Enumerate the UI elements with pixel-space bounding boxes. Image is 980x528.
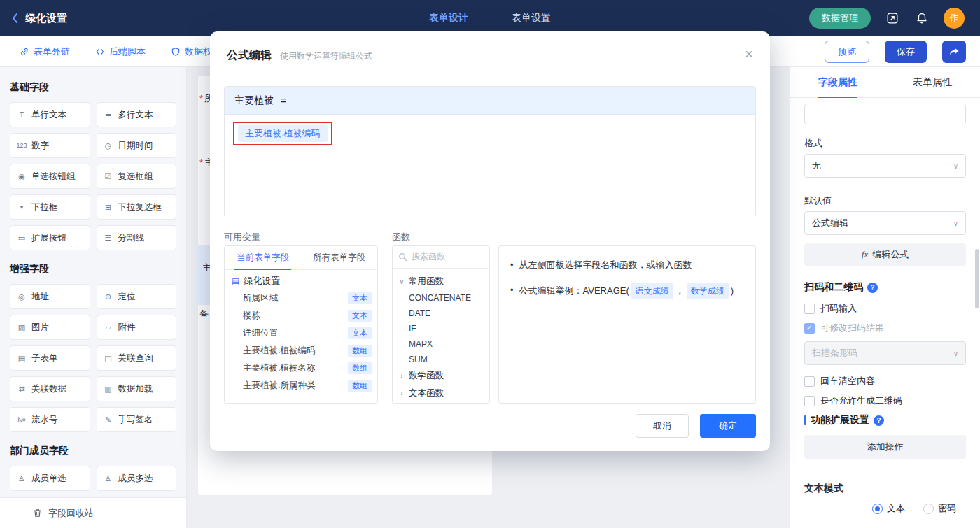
share-button[interactable]	[942, 41, 966, 63]
panel-scrollbar[interactable]	[975, 249, 979, 308]
field-extend-button[interactable]: ▭扩展按钮	[10, 225, 90, 250]
variable-item-veg-name[interactable]: 主要植被.植被名称数组	[225, 359, 377, 377]
checkbox-allow-qr[interactable]: 是否允许生成二维码	[804, 394, 966, 407]
form-external-link-label: 表单外链	[34, 45, 70, 58]
functions-label: 函数	[392, 231, 410, 243]
properties-panel: 字段属性 表单属性 格式 无 ∨ 默认值 公式编辑 ∨ fx 编辑公式 扫码和二…	[790, 67, 980, 528]
field-attachment[interactable]: ▱附件	[97, 315, 177, 340]
variable-item-building[interactable]: 楼栋文本	[225, 307, 377, 324]
formula-variable-chip[interactable]: 主要植被.植被编码	[238, 125, 328, 142]
tree-root-label: 绿化设置	[244, 275, 280, 287]
tab-current-form-fields[interactable]: 当前表单字段	[225, 246, 301, 269]
function-concatenate[interactable]: CONCATENATE	[393, 290, 489, 306]
help-icon[interactable]: ?	[874, 415, 884, 426]
cancel-button[interactable]: 取消	[636, 414, 689, 438]
field-address[interactable]: ◎地址	[10, 284, 90, 309]
function-date[interactable]: DATE	[393, 306, 489, 321]
field-location[interactable]: ⊕定位	[97, 284, 177, 309]
checkbox-label: 可修改扫码结果	[820, 322, 884, 334]
function-group-text[interactable]: › 文本函数	[393, 385, 489, 402]
variable-item-veg-category[interactable]: 主要植被.所属种类数组	[225, 377, 377, 394]
field-checkbox-group[interactable]: ☑复选框组	[97, 164, 177, 189]
field-number[interactable]: 123数字	[10, 133, 90, 158]
function-group-common[interactable]: ∨ 常用函数	[393, 273, 489, 290]
field-serial-number[interactable]: №流水号	[10, 407, 90, 432]
type-tag: 数组	[348, 380, 372, 392]
type-tag: 文本	[348, 292, 372, 304]
section-enhanced-fields: 增强字段	[10, 263, 176, 276]
field-title-input[interactable]	[804, 104, 966, 124]
function-mapx[interactable]: MAPX	[393, 336, 489, 352]
checkbox-enter-clear[interactable]: 回车清空内容	[804, 375, 966, 387]
bullet-icon: •	[510, 257, 514, 273]
field-multi-select-dropdown[interactable]: ⊞下拉复选框	[97, 194, 177, 220]
tab-all-form-fields[interactable]: 所有表单字段	[301, 246, 377, 269]
variable-item-veg-code[interactable]: 主要植被.植被编码数组	[225, 342, 377, 359]
functions-panel: 搜索函数 ∨ 常用函数 CONCATENATE DATE IF MAPX SUM…	[392, 245, 490, 404]
tab-field-properties[interactable]: 字段属性	[790, 67, 886, 97]
preview-button[interactable]: 预览	[825, 41, 869, 63]
function-group-math[interactable]: › 数学函数	[393, 367, 489, 385]
field-divider[interactable]: ☰分割线	[97, 225, 177, 250]
address-icon: ◎	[16, 292, 27, 301]
format-select[interactable]: 无 ∨	[804, 154, 966, 178]
tab-form-properties[interactable]: 表单属性	[886, 67, 980, 97]
formula-editor: 主要植被 = 主要植被.植被编码	[224, 86, 756, 217]
field-datetime[interactable]: ◷日期时间	[97, 133, 177, 158]
field-palette: 基础字段 T单行文本 ≣多行文本 123数字 ◷日期时间 ◉单选按钮组 ☑复选框…	[0, 67, 187, 528]
bell-icon[interactable]	[914, 10, 930, 26]
field-radio-group[interactable]: ◉单选按钮组	[10, 164, 90, 189]
backend-script-link[interactable]: 后端脚本	[95, 45, 146, 58]
field-member-single[interactable]: ♙成员单选	[10, 466, 90, 491]
field-image[interactable]: ▨图片	[10, 315, 90, 340]
field-multi-line-text[interactable]: ≣多行文本	[97, 102, 177, 127]
avatar[interactable]: 作	[944, 8, 965, 29]
formula-target-field: 主要植被	[234, 94, 274, 107]
close-icon[interactable]: ×	[745, 47, 753, 61]
field-data-load[interactable]: ▥数据加载	[97, 376, 177, 401]
radio-password-mode[interactable]: 密码	[923, 502, 956, 515]
bullet-icon: •	[510, 283, 514, 299]
save-button[interactable]: 保存	[885, 41, 927, 63]
checkbox-box	[804, 396, 815, 406]
field-single-line-text[interactable]: T单行文本	[10, 102, 90, 127]
field-subform[interactable]: ▤子表单	[10, 345, 90, 371]
edit-formula-label: 编辑公式	[872, 248, 909, 261]
tip-example-comma: ，	[676, 285, 685, 296]
tab-form-design[interactable]: 表单设计	[429, 12, 468, 24]
trash-icon	[32, 508, 43, 518]
datetime-icon: ◷	[103, 141, 114, 150]
field-member-multi[interactable]: ♙成员多选	[97, 466, 177, 491]
back-button[interactable]	[11, 13, 18, 24]
form-external-link[interactable]: 表单外链	[20, 45, 70, 58]
help-icon[interactable]: ?	[867, 283, 878, 293]
variable-item-detail-location[interactable]: 详细位置文本	[225, 324, 377, 342]
checkbox-scan-input[interactable]: 扫码输入	[804, 302, 966, 315]
field-linked-data[interactable]: ⇄关联数据	[10, 376, 90, 401]
checkbox-scan-editable[interactable]: 可修改扫码结果	[804, 322, 966, 334]
function-search-input[interactable]: 搜索函数	[393, 246, 489, 269]
add-action-button[interactable]: 添加操作	[804, 435, 966, 459]
properties-tabs: 字段属性 表单属性	[790, 67, 980, 98]
default-value-select[interactable]: 公式编辑 ∨	[804, 211, 966, 235]
confirm-button[interactable]: 确定	[700, 414, 756, 438]
radio-text-mode[interactable]: 文本	[872, 502, 905, 515]
chevron-down-icon: ∨	[953, 220, 958, 227]
variable-item-area[interactable]: 所属区域文本	[225, 290, 377, 307]
function-if[interactable]: IF	[393, 321, 489, 336]
formula-input-area[interactable]: 主要植被.植被编码	[225, 115, 755, 217]
tip-line-1: • 从左侧面板选择字段名和函数，或输入函数	[510, 257, 744, 273]
tab-form-settings[interactable]: 表单设置	[512, 12, 551, 24]
field-linked-query[interactable]: ◳关联查询	[97, 345, 177, 371]
function-sum[interactable]: SUM	[393, 352, 489, 367]
field-signature[interactable]: ✎手写签名	[97, 407, 177, 432]
app-switch-icon[interactable]	[885, 10, 900, 26]
enhanced-fields-grid: ◎地址 ⊕定位 ▨图片 ▱附件 ▤子表单 ◳关联查询 ⇄关联数据 ▥数据加载 №…	[10, 284, 176, 432]
field-select[interactable]: ▼下拉框	[10, 194, 90, 220]
example-field-chip: 数学成绩	[687, 283, 729, 299]
tree-root-form[interactable]: ▤ 绿化设置	[225, 270, 377, 290]
data-manage-button[interactable]: 数据管理	[809, 8, 871, 29]
search-icon	[398, 252, 407, 262]
edit-formula-button[interactable]: fx 编辑公式	[804, 243, 966, 266]
field-recycle-bin[interactable]: 字段回收站	[0, 497, 186, 528]
